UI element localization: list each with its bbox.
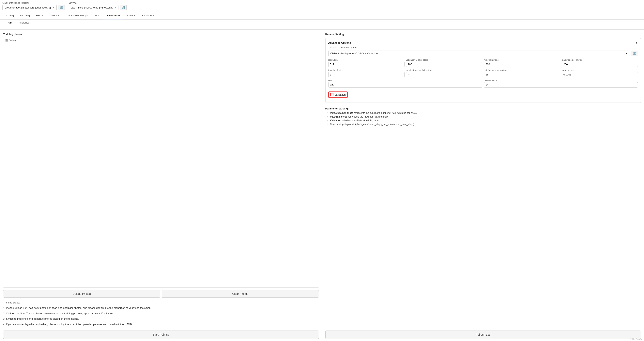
train-batch-size-field: train batch size bbox=[328, 69, 404, 77]
training-steps-section: Training steps: 1. Please upload 5-20 ha… bbox=[3, 300, 319, 327]
network-alpha-field: network alpha bbox=[484, 79, 638, 88]
left-panel: Training photos 🖼 Gallery ⬚ Upload Photo… bbox=[0, 30, 322, 341]
nav-tabs: txt2img img2img Extras PNG Info Checkpoi… bbox=[0, 12, 644, 20]
gallery-body: ⬚ bbox=[3, 43, 319, 287]
upload-photos-button[interactable]: Upload Photos bbox=[3, 290, 160, 297]
resolution-label: resolution bbox=[328, 59, 404, 61]
advanced-options-title: Advanced Options bbox=[328, 41, 351, 44]
base-checkpoint-refresh-button[interactable]: 🔄 bbox=[631, 51, 638, 56]
resolution-input[interactable] bbox=[328, 62, 404, 67]
vae-value: vae-ft-mse-840000-ema-pruned.ckpt bbox=[71, 6, 112, 9]
param-parsing-item-3: Validation Whether to validate at traini… bbox=[327, 119, 641, 122]
validation-save-steps-label: validation & save steps bbox=[406, 59, 482, 61]
parsing-bold-1: max steps per photo bbox=[330, 112, 353, 114]
checkpoint-label: Stable Diffusion checkpoint bbox=[2, 2, 65, 4]
gallery-icon: 🖼 bbox=[5, 39, 8, 42]
param-parsing-item-4: Final training step = Min(photo_num * ma… bbox=[327, 123, 641, 126]
start-training-row: Start Training bbox=[3, 330, 319, 339]
parsing-text-1: represents the maximum number of trainin… bbox=[353, 112, 417, 114]
vae-refresh-button[interactable]: 🔄 bbox=[120, 5, 126, 10]
dataloader-num-workers-field: dataloader num workers bbox=[484, 69, 560, 77]
resolution-field: resolution bbox=[328, 59, 404, 67]
max-train-steps-field: max train steps bbox=[484, 59, 560, 67]
image-placeholder-icon: ⬚ bbox=[158, 162, 164, 169]
tab-png-info[interactable]: PNG Info bbox=[46, 12, 63, 19]
max-steps-per-photos-input[interactable] bbox=[562, 62, 638, 67]
param-parsing-list: max steps per photo represents the maxim… bbox=[325, 112, 641, 126]
tab-checkpoint-merger[interactable]: Checkpoint Merger bbox=[63, 12, 92, 19]
tab-extensions[interactable]: Extensions bbox=[138, 12, 158, 19]
training-step-2: 2. Click on the Start Training button be… bbox=[3, 311, 319, 316]
tab-txt2img[interactable]: txt2img bbox=[2, 12, 17, 19]
gradient-accumulation-label: gradient accumulationsteps bbox=[406, 69, 482, 71]
validation-row: Validation bbox=[328, 92, 348, 98]
learning-rate-field: learning rate bbox=[562, 69, 638, 77]
base-checkpoint-select-row: Chilloutmix-Ni-pruned-fp16-fix.safetenso… bbox=[328, 51, 638, 56]
training-step-3: 3. Switch to Inference and generate phot… bbox=[3, 316, 319, 321]
validation-save-steps-field: validation & save steps bbox=[406, 59, 482, 67]
checkpoint-group: Stable Diffusion checkpoint DreamShaper.… bbox=[2, 2, 65, 10]
parsing-text-2: represents the maximum training step. bbox=[348, 115, 388, 118]
parameter-parsing-section: Parameter parsing: max steps per photo r… bbox=[325, 107, 641, 127]
max-train-steps-input[interactable] bbox=[484, 62, 560, 67]
training-steps-title: Training steps: bbox=[3, 300, 319, 305]
gradient-accumulation-field: gradient accumulationsteps bbox=[406, 69, 482, 77]
vae-label: SD VAE bbox=[69, 2, 126, 4]
gradient-accumulation-input[interactable] bbox=[406, 72, 482, 77]
validation-save-steps-input[interactable] bbox=[406, 62, 482, 67]
tab-img2img[interactable]: img2img bbox=[17, 12, 33, 19]
learning-rate-input[interactable] bbox=[562, 72, 638, 77]
subtab-inference[interactable]: Inference bbox=[16, 20, 32, 26]
clear-photos-button[interactable]: Clear Photos bbox=[162, 290, 319, 297]
checkpoint-refresh-button[interactable]: 🔄 bbox=[58, 5, 65, 10]
rank-field: rank bbox=[328, 79, 482, 88]
base-checkpoint-value: Chilloutmix-Ni-pruned-fp16-fix.safetenso… bbox=[330, 52, 378, 55]
base-checkpoint-chevron-icon: ▼ bbox=[625, 52, 628, 55]
validation-label[interactable]: Validation bbox=[335, 93, 346, 96]
gallery-label: Gallery bbox=[9, 39, 16, 42]
tab-train[interactable]: Train bbox=[92, 12, 104, 19]
validation-checkbox[interactable] bbox=[330, 93, 334, 96]
params-grid-row2: train batch size gradient accumulationst… bbox=[328, 69, 638, 77]
parsing-text-3: Whether to validate at training time. bbox=[341, 119, 379, 122]
max-train-steps-label: max train steps bbox=[484, 59, 560, 61]
dataloader-num-workers-input[interactable] bbox=[484, 72, 560, 77]
checkpoint-select-row: DreamShaper.safetensors [ed989d673d] ▼ 🔄 bbox=[2, 5, 65, 10]
checkpoint-value: DreamShaper.safetensors [ed989d673d] bbox=[4, 6, 51, 9]
refresh-log-row: Refresh Log bbox=[325, 328, 641, 339]
checkpoint-chevron-icon: ▼ bbox=[52, 6, 54, 9]
dataloader-num-workers-label: dataloader num workers bbox=[484, 69, 560, 71]
vae-select[interactable]: vae-ft-mse-840000-ema-pruned.ckpt ▼ bbox=[69, 5, 118, 10]
train-batch-size-input[interactable] bbox=[328, 72, 404, 77]
refresh-log-button[interactable]: Refresh Log bbox=[325, 330, 641, 339]
right-panel: Params Setting Advanced Options ▼ The ba… bbox=[322, 30, 644, 341]
base-checkpoint-select[interactable]: Chilloutmix-Ni-pruned-fp16-fix.safetenso… bbox=[328, 51, 630, 56]
param-parsing-item-1: max steps per photo represents the maxim… bbox=[327, 112, 641, 114]
photo-buttons-row: Upload Photos Clear Photos bbox=[3, 290, 319, 297]
training-step-4: 4. If you encounter lag when uploading, … bbox=[3, 322, 319, 326]
network-alpha-input[interactable] bbox=[484, 82, 638, 88]
learning-rate-label: learning rate bbox=[562, 69, 638, 71]
rank-input[interactable] bbox=[328, 82, 482, 88]
subtab-train[interactable]: Train bbox=[3, 20, 16, 26]
tab-settings[interactable]: Settings bbox=[123, 12, 139, 19]
max-steps-per-photos-label: max steps per photos bbox=[562, 59, 638, 61]
max-steps-per-photos-field: max steps per photos bbox=[562, 59, 638, 67]
subtabs: Train Inference bbox=[3, 20, 641, 26]
parsing-bold-2: max train steps bbox=[330, 115, 348, 118]
main-content: Training photos 🖼 Gallery ⬚ Upload Photo… bbox=[0, 30, 644, 341]
vae-group: SD VAE vae-ft-mse-840000-ema-pruned.ckpt… bbox=[69, 2, 126, 10]
start-training-button[interactable]: Start Training bbox=[3, 330, 319, 339]
params-grid-row1: resolution validation & save steps max t… bbox=[328, 59, 638, 67]
train-batch-size-label: train batch size bbox=[328, 69, 404, 71]
rank-label: rank bbox=[328, 79, 482, 82]
advanced-options-collapse-icon[interactable]: ▼ bbox=[635, 41, 638, 44]
vae-select-row: vae-ft-mse-840000-ema-pruned.ckpt ▼ 🔄 bbox=[69, 5, 126, 10]
gallery-area: 🖼 Gallery ⬚ bbox=[3, 38, 319, 288]
top-bar: Stable Diffusion checkpoint DreamShaper.… bbox=[0, 0, 644, 12]
tab-easyphoto[interactable]: EasyPhoto bbox=[104, 12, 123, 19]
checkpoint-select[interactable]: DreamShaper.safetensors [ed989d673d] ▼ bbox=[2, 5, 57, 10]
tab-extras[interactable]: Extras bbox=[33, 12, 46, 19]
param-parsing-item-2: max train steps represents the maximum t… bbox=[327, 115, 641, 118]
watermark: CSDN ©diubiu bbox=[630, 338, 642, 340]
